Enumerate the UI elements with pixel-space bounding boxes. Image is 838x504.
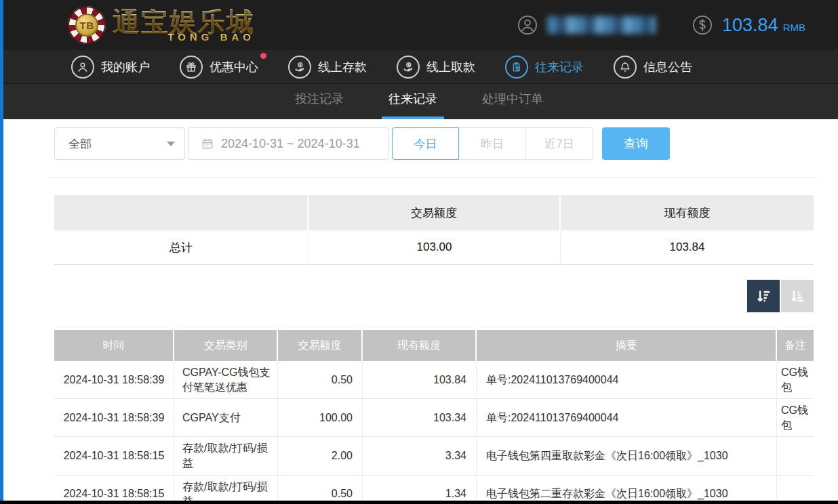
type-filter-value: 全部	[68, 136, 92, 152]
filter-row: 全部 2024-10-31 ~ 2024-10-31 今日 昨日 近7日 查询	[54, 127, 814, 160]
tab-transaction-records[interactable]: 往来记录	[382, 91, 444, 119]
type-filter-select[interactable]: 全部	[54, 127, 185, 160]
chip-monogram: TB	[75, 14, 98, 37]
nav-item-announcements[interactable]: 信息公告	[614, 56, 692, 79]
summary-transaction-amount: 103.00	[308, 230, 561, 265]
chevron-down-icon	[167, 142, 175, 146]
cell-time: 2024-10-31 18:58:39	[54, 399, 174, 437]
date-range-value: 2024-10-31 ~ 2024-10-31	[221, 137, 360, 151]
nav-label: 线上存款	[318, 59, 367, 75]
summary-total-row: 总计 103.00 103.84	[54, 230, 814, 265]
cell-amount: 100.00	[278, 399, 363, 437]
col-header-amount: 交易额度	[278, 330, 363, 361]
sort-ascending-button[interactable]	[781, 280, 814, 312]
quick-date-buttons: 今日 昨日 近7日	[392, 127, 593, 160]
last7days-button[interactable]: 近7日	[526, 127, 593, 160]
section-divider	[47, 177, 817, 177]
yesterday-button[interactable]: 昨日	[459, 127, 526, 160]
cell-type: 存款/取款/打码/损益	[174, 476, 278, 504]
table-row: 2024-10-31 18:58:39 CGPAY支付 100.00 103.3…	[54, 399, 814, 437]
nav-item-my-account[interactable]: 我的账户	[71, 56, 150, 79]
window-edge-left	[0, 0, 3, 504]
cell-amount: 0.50	[278, 476, 363, 504]
cell-balance: 1.34	[363, 476, 477, 504]
cell-type: 存款/取款/打码/损益	[174, 437, 278, 475]
nav-label: 优惠中心	[210, 59, 258, 75]
nav-label: 信息公告	[643, 59, 692, 75]
cell-time: 2024-10-31 18:58:39	[54, 361, 174, 399]
calendar-icon	[201, 137, 214, 150]
cell-time: 2024-10-31 18:58:15	[54, 476, 174, 504]
header-account-area: 103.84 RMB	[517, 15, 805, 36]
summary-header-row: 交易额度 现有额度	[54, 195, 814, 230]
cell-remark: CG钱包	[777, 361, 814, 399]
logo-title-en: TONG BAO	[167, 32, 255, 42]
sort-descending-icon	[755, 287, 772, 305]
nav-item-promotions[interactable]: 优惠中心	[180, 56, 258, 79]
gift-icon	[180, 56, 203, 79]
cell-remark	[777, 476, 814, 504]
cell-time: 2024-10-31 18:58:15	[54, 437, 174, 475]
records-clipboard-icon	[505, 56, 528, 79]
tab-pending-orders[interactable]: 处理中订单	[475, 91, 550, 119]
sort-ascending-icon	[789, 287, 806, 305]
cell-summary: 电子钱包第四重取款彩金《次日16:00领取》_1030	[477, 437, 777, 475]
main-nav: 我的账户 优惠中心 线上存款	[0, 50, 838, 84]
today-button[interactable]: 今日	[392, 127, 459, 160]
nav-label: 我的账户	[101, 59, 150, 75]
deposit-hand-coin-icon	[288, 56, 311, 79]
account-balance: 103.84 RMB	[722, 15, 805, 36]
cell-amount: 0.50	[278, 361, 363, 399]
nav-item-transactions[interactable]: 往来记录	[505, 56, 584, 79]
cell-balance: 3.34	[363, 437, 477, 475]
date-range-input[interactable]: 2024-10-31 ~ 2024-10-31	[188, 127, 389, 160]
site-logo[interactable]: TB 通宝娱乐城 TONG BAO	[68, 6, 255, 44]
summary-table: 交易额度 现有额度 总计 103.00 103.84	[54, 195, 814, 265]
user-avatar-icon[interactable]	[517, 15, 538, 35]
balance-amount: 103.84	[722, 15, 778, 36]
nav-label: 线上取款	[426, 59, 475, 75]
table-row: 2024-10-31 18:58:39 CGPAY-CG钱包支付笔笔送优惠 0.…	[54, 361, 814, 399]
cell-type: CGPAY-CG钱包支付笔笔送优惠	[174, 361, 278, 399]
nav-item-withdraw[interactable]: 线上取款	[397, 56, 475, 79]
records-header-row: 时间 交易类别 交易额度 现有额度 摘要 备注	[54, 330, 814, 361]
cell-summary: 单号:202411013769400044	[477, 361, 777, 399]
cell-balance: 103.84	[363, 361, 477, 399]
summary-header-empty	[54, 195, 308, 230]
coin-balance-icon	[692, 15, 713, 35]
sort-buttons	[54, 280, 814, 312]
content-area: 全部 2024-10-31 ~ 2024-10-31 今日 昨日 近7日 查询 …	[0, 119, 838, 504]
summary-header-transaction-amount: 交易额度	[308, 195, 561, 230]
cell-balance: 103.34	[363, 399, 477, 437]
cell-amount: 2.00	[278, 437, 363, 475]
bell-icon	[614, 56, 637, 79]
balance-currency: RMB	[783, 22, 805, 33]
window-edge-bottom	[0, 501, 838, 504]
username-redacted[interactable]	[547, 16, 656, 34]
notification-dot	[260, 53, 266, 59]
summary-current-amount: 103.84	[561, 230, 814, 265]
col-header-balance: 现有额度	[363, 330, 477, 361]
cell-summary: 单号:202411013769400044	[477, 399, 777, 437]
sub-nav: 投注记录 往来记录 处理中订单	[0, 84, 838, 119]
col-header-type: 交易类别	[174, 330, 278, 361]
nav-label: 往来记录	[535, 59, 584, 75]
sort-descending-button[interactable]	[747, 280, 780, 312]
cell-summary: 电子钱包第二重存款彩金《次日16:00领取》_1030	[477, 476, 777, 504]
summary-header-current-amount: 现有额度	[561, 195, 814, 230]
records-table: 时间 交易类别 交易额度 现有额度 摘要 备注 2024-10-31 18:58…	[54, 330, 814, 504]
search-button[interactable]: 查询	[602, 127, 670, 160]
col-header-time: 时间	[54, 330, 174, 361]
tab-betting-records[interactable]: 投注记录	[288, 91, 351, 119]
top-header: TB 通宝娱乐城 TONG BAO 103.84 RMB	[0, 0, 838, 50]
poker-chip-icon: TB	[68, 6, 106, 44]
table-row: 2024-10-31 18:58:15 存款/取款/打码/损益 0.50 1.3…	[54, 476, 814, 504]
col-header-summary: 摘要	[477, 330, 777, 361]
user-icon	[71, 56, 94, 79]
cell-remark	[777, 437, 814, 475]
cell-remark: CG钱包	[777, 399, 814, 437]
nav-item-deposit[interactable]: 线上存款	[288, 56, 367, 79]
withdraw-hand-coin-icon	[397, 56, 420, 79]
col-header-remark: 备注	[777, 330, 814, 361]
cell-type: CGPAY支付	[174, 399, 278, 437]
